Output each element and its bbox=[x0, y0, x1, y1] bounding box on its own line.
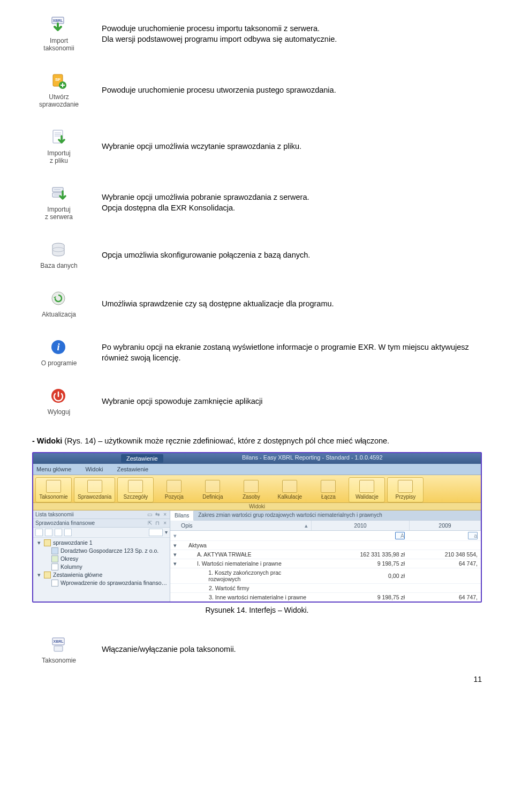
grid-row[interactable]: ▾A. AKTYWA TRWAŁE162 331 335,98 zł210 34… bbox=[170, 550, 481, 559]
icon-caption: Wyloguj bbox=[32, 408, 86, 416]
ribbon-btn-pozycja[interactable]: Pozycja bbox=[156, 477, 192, 502]
item-wyloguj: Wyloguj Wybranie opcji spowoduje zamknię… bbox=[32, 387, 482, 416]
svg-text:SF: SF bbox=[55, 77, 61, 82]
tool-icon[interactable] bbox=[55, 529, 62, 536]
menu-item[interactable]: Zestawienie bbox=[117, 466, 148, 472]
icon-caption: Importuj z pliku bbox=[32, 149, 86, 164]
ribbon-btn-szczegoly[interactable]: Szczegóły bbox=[117, 477, 154, 502]
figure-caption: Rysunek 14. Interfejs – Widoki. bbox=[32, 606, 482, 614]
col-2009[interactable]: 2009 bbox=[410, 521, 481, 530]
description-text: Powoduje uruchomienie procesu importu ta… bbox=[86, 24, 482, 44]
import-taxonomy-icon: XBRL bbox=[50, 16, 68, 34]
tab-bilans[interactable]: Bilans bbox=[170, 511, 194, 521]
col-opis[interactable]: Opis ▴ bbox=[170, 521, 312, 530]
icon-caption: Importuj z serwera bbox=[32, 206, 86, 221]
description-text: Powoduje uruchomienie procesu utworzenia… bbox=[86, 85, 482, 96]
item-importuj-z-serwera: Importuj z serwera Wybranie opcji umożli… bbox=[32, 185, 482, 221]
item-baza-danych: Baza danych Opcja umożliwia skonfigurowa… bbox=[32, 241, 482, 269]
ribbon-btn-sprawozdania[interactable]: Sprawozdania bbox=[74, 477, 115, 502]
database-icon bbox=[50, 241, 68, 259]
svg-point-15 bbox=[52, 292, 65, 305]
left-panel: Lista taksonomii▭ ⇆ × Sprawozdania finan… bbox=[33, 510, 170, 602]
svg-text:XBRL: XBRL bbox=[53, 640, 64, 643]
description-text: Umożliwia sprawdzenie czy są dostępne ak… bbox=[86, 299, 482, 310]
ribbon-btn-przypisy[interactable]: Przypisy bbox=[387, 477, 424, 502]
tree-view[interactable]: ▾sprawozdanie 1 Doradztwo Gospodarcze 12… bbox=[33, 538, 170, 602]
window-titlebar: Zestawienie Bilans - Easy XBRL Reporting… bbox=[33, 453, 481, 464]
widoki-paragraph: - Widoki (Rys. 14) – użytkownik może ręc… bbox=[32, 436, 482, 447]
filter-icon[interactable]: A bbox=[395, 532, 405, 539]
description-text: Włączanie/wyłączanie pola taksonomii. bbox=[86, 644, 482, 655]
icon-caption: Utwórz sprawozdanie bbox=[32, 93, 86, 108]
pane-pin-icons[interactable]: ▭ ⇆ × bbox=[147, 512, 168, 517]
item-o-programie: i O programie Po wybraniu opcji na ekran… bbox=[32, 339, 482, 367]
ribbon-group-label: Widoki bbox=[33, 503, 481, 510]
pane-header-lista: Lista taksonomii▭ ⇆ × bbox=[33, 510, 170, 519]
tool-icon[interactable] bbox=[35, 529, 43, 536]
window-title: Bilans - Easy XBRL Reporting - Standard … bbox=[242, 454, 383, 463]
taxonomy-icon: XBRL bbox=[50, 636, 68, 654]
data-grid[interactable]: Opis ▴ 2010 2009 ▾ A a ▾Aktywa▾A. AKTYWA… bbox=[170, 521, 481, 603]
menu-item[interactable]: Widoki bbox=[85, 466, 103, 472]
grid-row[interactable]: 1. Koszty zakończonych prac rozwojowych0… bbox=[170, 568, 481, 584]
create-report-icon: SF bbox=[50, 72, 68, 91]
grid-row[interactable]: 2. Wartość firmy bbox=[170, 584, 481, 593]
grid-row[interactable]: 4. Zaliczki na wartości niematerialne i … bbox=[170, 602, 481, 603]
tool-icon[interactable] bbox=[149, 529, 163, 536]
item-utworz-sprawozdanie: SF Utwórz sprawozdanie Powoduje uruchomi… bbox=[32, 72, 482, 108]
screenshot-rys14: Zestawienie Bilans - Easy XBRL Reporting… bbox=[32, 452, 482, 603]
filter-row[interactable]: ▾ A a bbox=[170, 531, 481, 541]
icon-caption: Taksonomie bbox=[32, 657, 86, 664]
update-icon bbox=[50, 290, 68, 308]
description-text: Opcja umożliwia skonfigurowanie połączen… bbox=[86, 250, 482, 261]
ribbon-btn-kalkulacje[interactable]: Kalkulacje bbox=[271, 477, 308, 502]
contextual-tab[interactable]: Zestawienie bbox=[121, 454, 163, 463]
ribbon-btn-taksonomie[interactable]: Taksonomie bbox=[35, 477, 72, 502]
logout-icon bbox=[50, 387, 68, 405]
menu-bar: Menu główne Widoki Zestawienie bbox=[33, 464, 481, 475]
pane-toolbar[interactable]: ▾ bbox=[33, 528, 170, 538]
tool-icon[interactable] bbox=[64, 529, 72, 536]
ribbon-btn-definicja[interactable]: Definicja bbox=[194, 477, 231, 502]
description-text: Wybranie opcji umożliwia wczytanie spraw… bbox=[86, 141, 482, 152]
grid-row[interactable]: ▾I. Wartości niematerialne i prawne9 198… bbox=[170, 559, 481, 568]
ribbon-toolbar: Taksonomie Sprawozdania Szczegóły Pozycj… bbox=[33, 475, 481, 503]
ribbon-btn-lacza[interactable]: Łącza bbox=[310, 477, 346, 502]
grid-row[interactable]: ▾Aktywa bbox=[170, 541, 481, 550]
item-aktualizacja: Aktualizacja Umożliwia sprawdzenie czy s… bbox=[32, 290, 482, 318]
tab-zakres[interactable]: Zakres zmian wartości grup rodzajowych w… bbox=[194, 510, 481, 520]
menu-item[interactable]: Menu główne bbox=[36, 466, 71, 472]
description-text: Wybranie opcji umożliwia pobranie sprawo… bbox=[86, 192, 482, 213]
icon-caption: Import taksonomii bbox=[32, 37, 86, 52]
document-tabs: Bilans Zakres zmian wartości grup rodzaj… bbox=[170, 510, 481, 521]
item-importuj-z-pliku: Importuj z pliku Wybranie opcji umożliwi… bbox=[32, 129, 482, 164]
pane-pin-icons[interactable]: ⇱ ⊓ × bbox=[148, 520, 168, 526]
icon-caption: Aktualizacja bbox=[32, 311, 86, 318]
import-server-icon bbox=[50, 185, 68, 203]
ribbon-btn-walidacje[interactable]: Walidacje bbox=[349, 477, 385, 502]
import-file-icon bbox=[50, 129, 68, 147]
page-number: 11 bbox=[32, 675, 482, 683]
grid-row[interactable]: 3. Inne wartości niematerialne i prawne9… bbox=[170, 593, 481, 602]
tool-icon[interactable] bbox=[45, 529, 52, 536]
svg-text:i: i bbox=[57, 342, 59, 352]
svg-rect-22 bbox=[54, 646, 63, 651]
item-taksonomie: XBRL Taksonomie Włączanie/wyłączanie pol… bbox=[32, 636, 482, 664]
right-panel: Bilans Zakres zmian wartości grup rodzaj… bbox=[170, 510, 481, 602]
icon-caption: Baza danych bbox=[32, 262, 86, 269]
col-2010[interactable]: 2010 bbox=[312, 521, 410, 530]
info-icon: i bbox=[50, 339, 68, 357]
description-text: Po wybraniu opcji na ekranie zostaną wyś… bbox=[86, 342, 482, 363]
icon-caption: O programie bbox=[32, 359, 86, 367]
svg-text:XBRL: XBRL bbox=[52, 19, 63, 22]
ribbon-btn-zasoby[interactable]: Zasoby bbox=[233, 477, 269, 502]
description-text: Wybranie opcji spowoduje zamknięcie apli… bbox=[86, 396, 482, 407]
filter-icon[interactable]: a bbox=[468, 532, 478, 539]
pane-header-spraw: Sprawozdania finansowe⇱ ⊓ × bbox=[33, 519, 170, 528]
dropdown-icon[interactable]: ▾ bbox=[165, 529, 168, 535]
item-import-taksonomii: XBRL Import taksonomii Powoduje uruchomi… bbox=[32, 16, 482, 52]
